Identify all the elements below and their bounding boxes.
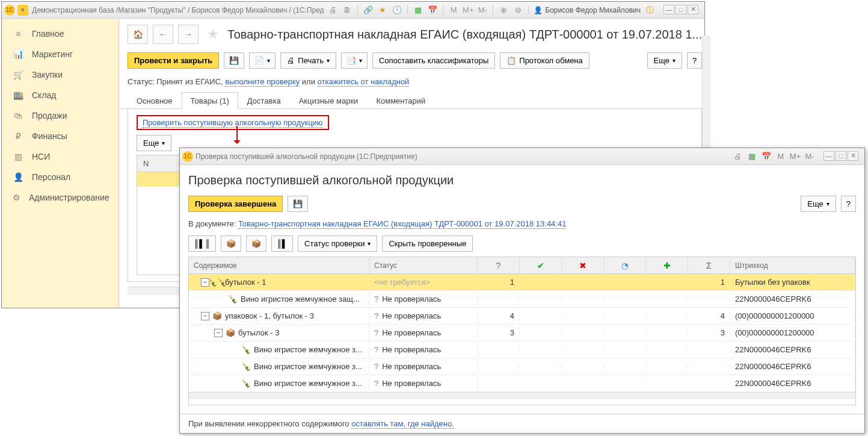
barcode-scan-button[interactable]: ║▌║: [188, 235, 216, 252]
close-icon[interactable]: ✕: [688, 5, 698, 14]
row-barcode: (00)000000001200000: [730, 309, 855, 310]
nav-icon[interactable]: 🔗: [363, 5, 374, 16]
calc-icon[interactable]: ▦: [746, 151, 757, 162]
post-and-close-button[interactable]: Провести и закрыть: [128, 52, 219, 69]
check-done-button[interactable]: Проверка завершена: [188, 196, 283, 212]
app-logo-icon: 1C: [182, 151, 193, 162]
titlebar-text: Демонстрационная база /Магазин "Продукты…: [32, 6, 324, 14]
sidebar-item-1[interactable]: 📊Маркетинг: [2, 44, 119, 64]
col-content: Содержимое: [189, 257, 369, 273]
tab-0[interactable]: Основное: [128, 92, 182, 109]
box-remove-button[interactable]: 📦: [246, 235, 266, 252]
protocol-button[interactable]: 📋 Протокол обмена: [500, 52, 589, 69]
row-q: 1: [478, 275, 520, 289]
app-logo-icon: 1C: [4, 5, 15, 16]
sidebar-label: Продажи: [32, 111, 67, 120]
row-type-icon: 🍾🍾: [212, 278, 223, 287]
star-icon[interactable]: ★: [377, 5, 388, 16]
sidebar-icon: ≡: [13, 28, 23, 39]
back-button[interactable]: ←: [153, 25, 173, 44]
sidebar-item-8[interactable]: ⚙Администрирование: [2, 187, 119, 208]
popup-more-button[interactable]: Еще ▾: [801, 196, 836, 212]
maximize-icon[interactable]: □: [836, 151, 846, 161]
m-plus-icon[interactable]: M+: [463, 5, 473, 16]
close-icon[interactable]: ✕: [848, 151, 858, 161]
m-icon[interactable]: M: [775, 151, 786, 162]
calendar-icon[interactable]: 📅: [761, 151, 772, 162]
sidebar-item-6[interactable]: ▥НСИ: [2, 146, 119, 167]
calendar-icon[interactable]: 📅: [427, 5, 438, 16]
sidebar-icon: ⚙: [13, 192, 20, 203]
popup-save-button[interactable]: 💾: [288, 196, 308, 212]
help-button[interactable]: ?: [687, 52, 702, 69]
box-add-button[interactable]: 📦: [221, 235, 241, 252]
favorite-toggle-icon[interactable]: ▾: [17, 5, 28, 16]
grid-row[interactable]: −🍾🍾бутылок - 1 <не требуется> 1 1 Бутылк…: [189, 274, 855, 291]
sidebar-label: Склад: [32, 90, 57, 100]
col-status: Статус: [369, 257, 478, 273]
calc-icon[interactable]: ▦: [413, 5, 423, 16]
print-button[interactable]: 🖨 Печать ▾: [280, 52, 336, 69]
save-button[interactable]: 💾: [224, 52, 244, 69]
sidebar-item-2[interactable]: 🛒Закупки: [2, 64, 119, 85]
row-type-icon: 🍾: [227, 294, 238, 304]
minimize-icon[interactable]: —: [823, 151, 834, 161]
m-icon[interactable]: M: [448, 5, 459, 16]
status-refuse-link[interactable]: откажитесь от накладной: [318, 77, 410, 87]
info-icon[interactable]: ⓘ: [644, 5, 655, 16]
sidebar-icon: ▥: [13, 151, 23, 162]
grid-row[interactable]: −📦упаковок - 1, бутылок - 3 ?Не проверял…: [189, 308, 855, 310]
row-label: Вино игристое жемчужное защ...: [241, 294, 360, 304]
print-icon[interactable]: 🖨: [327, 5, 338, 16]
sidebar-item-4[interactable]: 🛍Продажи: [2, 105, 119, 126]
tab-1[interactable]: Товары (1): [182, 92, 238, 109]
row-barcode: 22N0000046CEPRK6: [730, 292, 855, 306]
tabs: ОсновноеТовары (1)ДоставкаАкцизные марки…: [119, 92, 710, 109]
tab-2[interactable]: Доставка: [238, 92, 290, 109]
sidebar-icon: 👤: [13, 172, 23, 182]
check-status-button[interactable]: Статус проверки ▾: [298, 235, 377, 252]
home-button[interactable]: 🏠: [128, 25, 148, 44]
user-chip[interactable]: 👤 Борисов Федор Михайлович: [534, 5, 641, 16]
forward-button[interactable]: →: [178, 25, 199, 44]
favorite-star-icon[interactable]: ★: [207, 26, 219, 42]
status-check-link[interactable]: выполните проверку: [225, 77, 300, 87]
hide-checked-button[interactable]: Скрыть проверенные: [382, 235, 473, 252]
tab-3[interactable]: Акцизные марки: [290, 92, 368, 109]
row-status: Не проверялась: [382, 294, 441, 304]
maximize-icon[interactable]: □: [676, 5, 686, 14]
popup-help-button[interactable]: ?: [841, 196, 856, 212]
check-grid[interactable]: Содержимое Статус ? ✔ ✖ ◔ ✚ Σ Штрихкод −…: [188, 257, 856, 310]
row-q: [478, 297, 520, 302]
m-plus-icon[interactable]: M+: [790, 151, 801, 162]
zoom-out-icon[interactable]: ⊖: [512, 5, 523, 16]
m-minus-icon[interactable]: M-: [804, 151, 815, 162]
m-minus-icon[interactable]: M-: [477, 5, 488, 16]
col-barcode: Штрихкод: [730, 257, 855, 273]
history-icon[interactable]: 🕓: [392, 5, 402, 16]
more-button[interactable]: Еще ▾: [647, 52, 682, 69]
post-button[interactable]: 📄 ▾: [249, 52, 275, 69]
check-alcohol-link[interactable]: Проверить поступившую алкогольную продук…: [143, 118, 323, 128]
sidebar-item-0[interactable]: ≡Главное: [2, 23, 119, 44]
sidebar-label: Главное: [32, 29, 64, 39]
sidebar-item-7[interactable]: 👤Персонал: [2, 167, 119, 187]
status-line: Статус: Принят из ЕГАИС, выполните прове…: [119, 75, 710, 92]
minimize-icon[interactable]: —: [663, 5, 674, 14]
tab-4[interactable]: Комментарий: [367, 92, 434, 109]
print-icon[interactable]: 🖨: [732, 151, 743, 162]
col-sum: Σ: [688, 257, 730, 273]
scan-device-button[interactable]: ║▌: [271, 235, 293, 252]
source-document-link[interactable]: Товарно-транспортная накладная ЕГАИС (вх…: [238, 219, 567, 229]
sidebar-item-5[interactable]: ₽Финансы: [2, 126, 119, 146]
row-status: <не требуется>: [374, 278, 430, 287]
save-icon[interactable]: 🗎: [342, 5, 352, 16]
grid-row[interactable]: 🍾Вино игристое жемчужное защ... ?Не пров…: [189, 291, 855, 308]
compare-button[interactable]: Сопоставить классификаторы: [372, 52, 495, 69]
egais-button[interactable]: 📑 ▾: [341, 52, 368, 69]
col-check-icon: ✔: [520, 257, 562, 273]
goods-more-button[interactable]: Еще ▾: [137, 135, 171, 151]
zoom-in-icon[interactable]: ⊕: [498, 5, 509, 16]
sidebar-label: Финансы: [32, 131, 67, 141]
sidebar-item-3[interactable]: 🏬Склад: [2, 85, 119, 105]
